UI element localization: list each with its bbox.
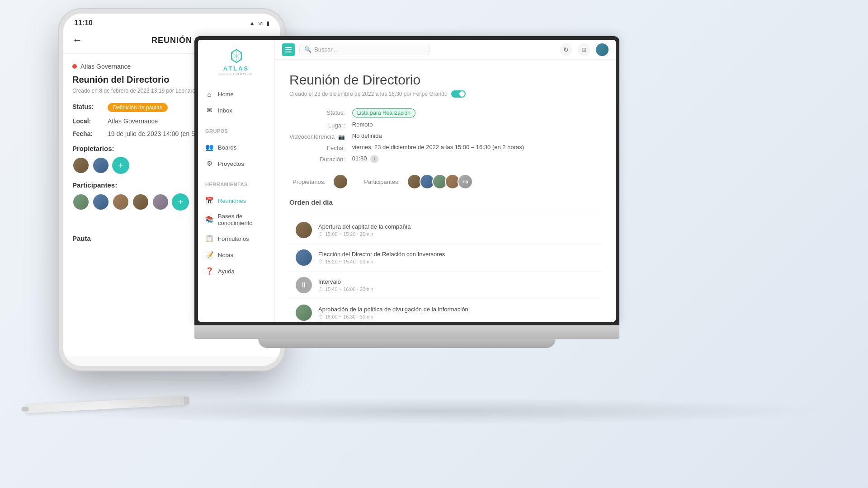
sidebar-ayuda-label: Ayuda bbox=[218, 268, 235, 275]
pause-symbol: ⏸ bbox=[300, 281, 307, 289]
agenda-item-3[interactable]: ⏸ Intervalo ⏱ 15:40 ~ 16:00 · 20min bbox=[289, 272, 601, 299]
signal-bar-icon: ▲ bbox=[249, 20, 255, 27]
sidebar-main-nav: ⌂ Home ✉ Inbox bbox=[198, 82, 274, 122]
search-icon: 🔍 bbox=[304, 46, 311, 53]
sidebar-herramientas-label: Herramientas bbox=[198, 175, 274, 189]
wifi-icon: ᯾ bbox=[258, 20, 264, 27]
videoconf-meta-value: No definida bbox=[352, 132, 601, 139]
videoconf-meta-label: Videoconferencia 📷 bbox=[289, 132, 345, 140]
phone-add-owner-btn[interactable]: + bbox=[112, 157, 129, 174]
meeting-meta-grid: Status: Lista para Realización Lugar: Re… bbox=[289, 108, 601, 163]
laptop-device: ATLAS GOVERNANCE ⌂ Home ✉ Inbox bbox=[194, 36, 619, 352]
boards-icon: 👥 bbox=[205, 143, 213, 151]
laptop-base bbox=[194, 325, 619, 339]
phone-owner-avatar-2 bbox=[92, 157, 109, 174]
back-button[interactable]: ← bbox=[72, 34, 82, 46]
phone-signal-icons: ▲ ᯾ ▮ bbox=[249, 20, 269, 27]
videoconf-label-text: Videoconferencia bbox=[289, 133, 335, 140]
agenda-pause-icon: ⏸ bbox=[296, 277, 312, 293]
agenda-item-2[interactable]: Elección del Director de Relación con In… bbox=[289, 244, 601, 272]
phone-owner-avatar-1 bbox=[72, 157, 90, 174]
sidebar-item-reuniones[interactable]: 📅 Reuniones bbox=[198, 192, 274, 209]
agenda-item-2-info: Elección del Director de Relación con In… bbox=[318, 251, 595, 264]
projects-icon: ⚙ bbox=[205, 160, 213, 168]
meeting-status-badge: Lista para Realización bbox=[352, 108, 415, 117]
svg-rect-2 bbox=[285, 52, 292, 52]
agenda-item-4-info: Aprobación de la política de divulgación… bbox=[318, 306, 595, 319]
camera-icon: 📷 bbox=[338, 134, 345, 140]
agenda-item-4[interactable]: Aprobación de la política de divulgación… bbox=[289, 299, 601, 322]
clock-icon-3: ⏱ bbox=[318, 286, 323, 292]
sidebar-item-proyectos[interactable]: ⚙ Proyectos bbox=[198, 155, 274, 172]
sidebar-item-ayuda[interactable]: ❓ Ayuda bbox=[198, 263, 274, 279]
agenda-item-2-time: ⏱ 15:20 ~ 15:40 · 20min bbox=[318, 259, 595, 264]
sidebar-inbox-label: Inbox bbox=[218, 107, 232, 114]
owners-label: Propietarios: bbox=[289, 178, 326, 185]
laptop-sidebar: ATLAS GOVERNANCE ⌂ Home ✉ Inbox bbox=[198, 40, 275, 322]
clock-icon-2: ⏱ bbox=[318, 259, 323, 264]
sidebar-formularios-label: Formularios bbox=[218, 235, 249, 242]
topbar-grid-btn[interactable]: ⊞ bbox=[578, 43, 590, 56]
meeting-created-info: Creado el 23 de diciembre de 2022 a las … bbox=[289, 90, 601, 98]
topbar-user-avatar[interactable] bbox=[596, 43, 609, 56]
stylus-end bbox=[184, 396, 189, 405]
agenda-item-4-time: ⏱ 16:00 ~ 16:30 · 30min bbox=[318, 314, 595, 319]
sidebar-item-boards[interactable]: 👥 Boards bbox=[198, 139, 274, 155]
sidebar-home-label: Home bbox=[218, 91, 234, 98]
topbar-refresh-btn[interactable]: ↻ bbox=[560, 43, 572, 56]
owners-section: Propietarios: bbox=[289, 174, 345, 189]
forms-icon: 📋 bbox=[205, 235, 213, 243]
phone-screen-title: REUNIÓN bbox=[151, 36, 192, 45]
phone-add-participant-btn[interactable]: + bbox=[172, 193, 189, 211]
knowledge-icon: 📚 bbox=[205, 216, 213, 224]
laptop-screen-frame: ATLAS GOVERNANCE ⌂ Home ✉ Inbox bbox=[194, 36, 619, 325]
sidebar-proyectos-label: Proyectos bbox=[218, 160, 244, 167]
fecha-meta-label: Fecha: bbox=[289, 144, 345, 151]
atlas-logo-icon bbox=[228, 48, 245, 64]
phone-status-bar: 11:10 ▲ ᯾ ▮ bbox=[63, 14, 280, 31]
status-meta-label: Status: bbox=[289, 108, 345, 116]
agenda-item-4-title: Aprobación de la política de divulgación… bbox=[318, 306, 595, 313]
svg-rect-1 bbox=[285, 49, 292, 50]
sidebar-item-bases[interactable]: 📚 Bases de conocimiento bbox=[198, 209, 274, 230]
clock-icon-1: ⏱ bbox=[318, 231, 323, 237]
topbar-search-bar[interactable]: 🔍 Buscar... bbox=[299, 44, 430, 55]
sidebar-item-formularios[interactable]: 📋 Formularios bbox=[198, 230, 274, 247]
sidebar-item-inbox[interactable]: ✉ Inbox bbox=[198, 102, 274, 118]
phone-local-value: Atlas Governance bbox=[108, 117, 158, 125]
agenda-item-2-time-text: 15:20 ~ 15:40 · 20min bbox=[325, 259, 373, 264]
phone-participant-avatar-3 bbox=[112, 193, 129, 211]
help-icon: ❓ bbox=[205, 267, 213, 275]
agenda-item-4-time-text: 16:00 ~ 16:30 · 30min bbox=[325, 314, 373, 319]
search-input[interactable]: Buscar... bbox=[314, 46, 337, 53]
participants-avatar-group: +5 bbox=[407, 174, 470, 189]
meeting-created-text: Creado el 23 de diciembre de 2022 a las … bbox=[289, 91, 448, 97]
sidebar-herramientas-nav: 📅 Reuniones 📚 Bases de conocimiento 📋 Fo… bbox=[198, 189, 274, 283]
agenda-item-1-info: Apertura del capital de la compañía ⏱ 15… bbox=[318, 223, 595, 237]
phone-local-label: Local: bbox=[72, 117, 104, 125]
online-toggle[interactable] bbox=[451, 90, 466, 98]
owners-avatar-group bbox=[333, 174, 345, 189]
phone-status-label: Status: bbox=[72, 103, 104, 110]
agenda-avatar-4 bbox=[296, 305, 312, 321]
atlas-logo-text: ATLAS bbox=[223, 65, 249, 72]
sidebar-grupos-label: Grupos bbox=[198, 122, 274, 136]
clock-icon-4: ⏱ bbox=[318, 314, 323, 319]
topbar-menu-button[interactable] bbox=[282, 43, 295, 56]
agenda-item-3-title: Intervalo bbox=[318, 278, 595, 285]
sidebar-item-home[interactable]: ⌂ Home bbox=[198, 86, 274, 102]
atlas-logo-sub: GOVERNANCE bbox=[219, 72, 254, 76]
agenda-item-1[interactable]: Apertura del capital de la compañía ⏱ 15… bbox=[289, 216, 601, 244]
people-sections: Propietarios: Participantes: bbox=[289, 174, 601, 189]
participant-avatar-more: +5 bbox=[458, 174, 473, 189]
lugar-meta-value: Remoto bbox=[352, 121, 601, 128]
sidebar-item-notas[interactable]: 📝 Notas bbox=[198, 247, 274, 263]
laptop-main: 🔍 Buscar... ↻ ⊞ Reunión de Directorio bbox=[275, 40, 616, 322]
agenda-item-1-time-text: 15:00 ~ 15:20 · 20min bbox=[325, 231, 373, 237]
sidebar-grupos-nav: 👥 Boards ⚙ Proyectos bbox=[198, 136, 274, 175]
org-status-dot bbox=[72, 64, 77, 69]
sidebar-notas-label: Notas bbox=[218, 252, 233, 258]
meeting-main-title: Reunión de Directorio bbox=[289, 72, 601, 88]
notes-icon: 📝 bbox=[205, 251, 213, 259]
phone-time: 11:10 bbox=[74, 19, 93, 27]
